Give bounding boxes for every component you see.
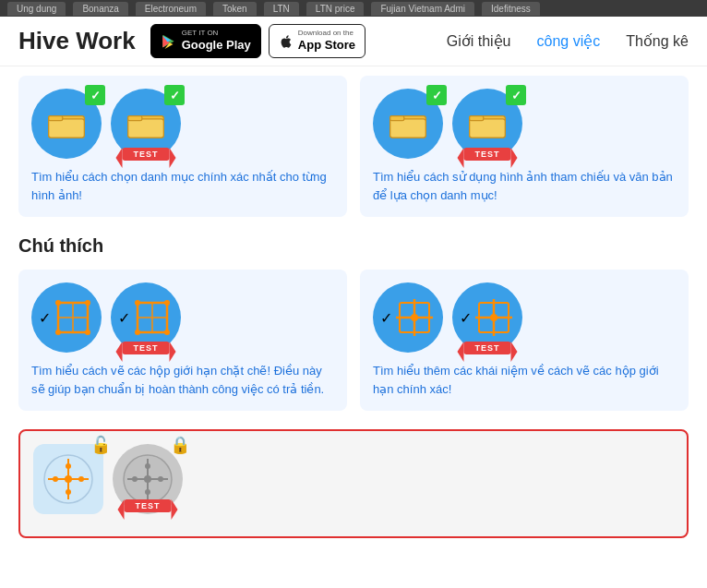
locked-grid-icon-1 bbox=[42, 453, 94, 505]
cross-icon-1 bbox=[392, 295, 437, 340]
locked-grid-icon-2 bbox=[122, 453, 174, 505]
bbox-icon-wrap-1: ✓ bbox=[31, 282, 102, 353]
google-play-text: GET IT ON Google Play bbox=[182, 29, 251, 54]
browser-tab-6[interactable]: LTN price bbox=[306, 2, 365, 16]
svg-point-15 bbox=[55, 330, 61, 335]
test-ribbon-bbox-2: TEST bbox=[122, 342, 169, 354]
browser-tab-8[interactable]: Idefitness bbox=[482, 2, 540, 16]
top-card-2-text: Tìm hiểu cách sử dụng hình ảnh tham chiế… bbox=[373, 168, 676, 204]
browser-tab-5[interactable]: LTN bbox=[264, 2, 299, 16]
folder-icon-2 bbox=[126, 107, 165, 140]
check-badge-1: ✓ bbox=[85, 85, 105, 105]
svg-point-37 bbox=[65, 475, 72, 483]
svg-point-20 bbox=[135, 300, 140, 306]
svg-point-45 bbox=[144, 475, 151, 483]
lock-icon-2: 🔒 bbox=[170, 435, 190, 455]
svg-point-48 bbox=[132, 476, 138, 482]
folder-icon-wrap-2: ✓ TEST bbox=[111, 89, 181, 159]
site-header: Hive Work GET IT ON Google Play Download… bbox=[0, 17, 707, 66]
browser-bar: Ung dung Bonanza Electroneum Token LTN L… bbox=[0, 0, 707, 17]
chu-thich-card-2-text: Tìm hiểu thêm các khái niệm về cách vẽ c… bbox=[373, 362, 676, 398]
svg-point-14 bbox=[85, 300, 90, 306]
cross-icon-2 bbox=[472, 295, 516, 340]
locked-icon-2: 🔒 TEST bbox=[113, 444, 183, 514]
google-play-icon bbox=[161, 33, 177, 50]
browser-tab-7[interactable]: Fujian Vietnam Admi bbox=[371, 2, 474, 16]
svg-rect-11 bbox=[470, 116, 484, 121]
svg-rect-2 bbox=[49, 116, 63, 121]
check-badge-8: ✓ bbox=[460, 309, 472, 327]
lock-open-icon-1: 🔓 bbox=[90, 435, 111, 455]
main-content: ✓ ✓ TEST bbox=[0, 66, 707, 575]
bbox-icon-1 bbox=[51, 295, 95, 340]
svg-point-49 bbox=[158, 476, 163, 482]
svg-point-21 bbox=[164, 300, 170, 306]
svg-point-39 bbox=[66, 489, 71, 495]
store-badges: GET IT ON Google Play Download on the Ap… bbox=[150, 24, 365, 58]
folder-icon-4 bbox=[468, 107, 507, 140]
folder-icon-3 bbox=[389, 107, 427, 140]
browser-tab-1[interactable]: Ung dung bbox=[7, 2, 66, 16]
svg-rect-4 bbox=[128, 119, 164, 138]
nav-cong-viec[interactable]: công việc bbox=[536, 32, 600, 50]
test-ribbon-4: TEST bbox=[463, 148, 510, 161]
svg-rect-10 bbox=[470, 119, 506, 138]
svg-point-46 bbox=[145, 463, 150, 469]
browser-tab-4[interactable]: Token bbox=[213, 2, 257, 16]
svg-point-40 bbox=[53, 476, 58, 482]
svg-point-22 bbox=[135, 330, 140, 335]
svg-rect-8 bbox=[390, 116, 404, 121]
cross-icon-wrap-1: ✓ bbox=[373, 282, 443, 353]
check-badge-2: ✓ bbox=[164, 85, 185, 105]
chu-thich-card-1-text: Tìm hiểu cách vẽ các hộp giới hạn chặt c… bbox=[31, 362, 334, 398]
svg-point-33 bbox=[490, 314, 497, 321]
svg-point-41 bbox=[78, 476, 84, 482]
svg-point-29 bbox=[411, 314, 418, 321]
top-card-2-images: ✓ ✓ TEST bbox=[373, 89, 676, 159]
locked-card-images: 🔓 🔒 bbox=[33, 444, 674, 514]
browser-tab-3[interactable]: Electroneum bbox=[136, 2, 206, 16]
test-ribbon-2: TEST bbox=[122, 148, 169, 161]
google-play-badge[interactable]: GET IT ON Google Play bbox=[150, 24, 261, 58]
top-card-1-text: Tìm hiểu cách chọn danh mục chính xác nh… bbox=[31, 168, 334, 204]
chu-thich-card-1-images: ✓ ✓ bbox=[31, 282, 334, 353]
cross-icon-wrap-2: ✓ TEST bbox=[452, 282, 522, 353]
folder-icon-wrap-4: ✓ TEST bbox=[452, 89, 522, 159]
check-badge-5: ✓ bbox=[39, 309, 51, 327]
top-card-1-images: ✓ ✓ TEST bbox=[31, 89, 334, 159]
check-badge-7: ✓ bbox=[380, 309, 392, 327]
locked-icon-1: 🔓 bbox=[33, 444, 103, 514]
folder-icon-wrap-1: ✓ bbox=[31, 89, 102, 159]
bbox-icon-2 bbox=[130, 295, 174, 340]
site-logo: Hive Work bbox=[18, 27, 136, 55]
top-card-row: ✓ ✓ TEST bbox=[18, 76, 689, 217]
app-store-badge[interactable]: Download on the App Store bbox=[269, 24, 365, 58]
chu-thich-title: Chú thích bbox=[18, 235, 689, 257]
chu-thich-card-2: ✓ ✓ T bbox=[360, 270, 689, 411]
svg-rect-1 bbox=[49, 119, 85, 138]
chu-thich-card-2-images: ✓ ✓ T bbox=[373, 282, 676, 353]
svg-point-47 bbox=[145, 489, 150, 495]
app-store-text: Download on the App Store bbox=[298, 29, 355, 54]
svg-rect-7 bbox=[390, 119, 426, 138]
check-badge-3: ✓ bbox=[426, 85, 447, 105]
apple-icon bbox=[279, 33, 294, 50]
check-badge-6: ✓ bbox=[118, 309, 130, 327]
top-card-1: ✓ ✓ TEST bbox=[18, 76, 347, 217]
locked-card-row: 🔓 🔒 bbox=[18, 429, 689, 538]
folder-icon-wrap-3: ✓ bbox=[373, 89, 443, 159]
browser-tab-2[interactable]: Bonanza bbox=[73, 2, 127, 16]
test-ribbon-cross-2: TEST bbox=[463, 342, 510, 354]
svg-point-13 bbox=[55, 300, 61, 306]
check-badge-4: ✓ bbox=[506, 85, 526, 105]
chu-thich-card-row: ✓ ✓ bbox=[18, 270, 689, 411]
nav-links: Giới thiệu công việc Thống kê bbox=[447, 32, 689, 50]
nav-thong-ke[interactable]: Thống kê bbox=[626, 32, 689, 50]
svg-point-38 bbox=[66, 463, 71, 469]
top-card-2: ✓ ✓ TEST bbox=[360, 76, 689, 217]
chu-thich-card-1: ✓ ✓ bbox=[18, 270, 347, 411]
nav-gioi-thieu[interactable]: Giới thiệu bbox=[447, 32, 511, 50]
svg-point-23 bbox=[164, 330, 170, 335]
test-ribbon-locked: TEST bbox=[124, 499, 171, 512]
locked-card: 🔓 🔒 bbox=[18, 429, 689, 538]
